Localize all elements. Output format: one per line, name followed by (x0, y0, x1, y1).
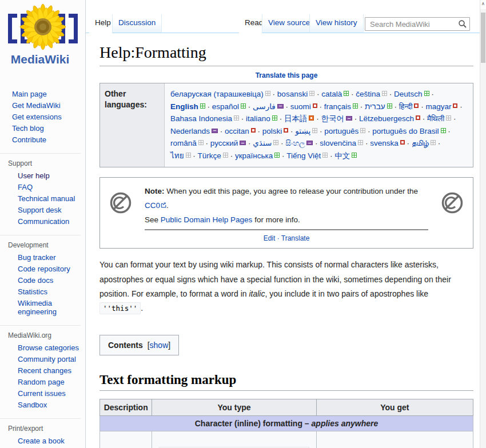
language-link[interactable]: 한국어 (321, 114, 344, 123)
sidebar-item-faq[interactable]: FAQ (0, 181, 81, 193)
language-item: پښتو · (295, 127, 324, 135)
search-box[interactable] (365, 17, 470, 31)
translate-this-page-link[interactable]: Translate this page (256, 71, 318, 79)
sidebar-item-current-issues[interactable]: Current issues (0, 387, 81, 399)
translation-status-icon (240, 141, 246, 145)
sidebar-item-user-help[interactable]: User help (0, 170, 81, 181)
language-item: occitan · (225, 127, 262, 135)
sidebar-item-main-page[interactable]: Main page (0, 88, 85, 99)
language-item: polski · (262, 127, 296, 135)
language-separator: · (246, 102, 253, 111)
language-separator: · (284, 102, 290, 111)
contents-show-toggle[interactable]: show (150, 341, 169, 350)
sidebar-item-communication[interactable]: Communication (0, 215, 81, 227)
tab-view-history[interactable]: View history (309, 14, 364, 33)
translation-status-icon (416, 115, 420, 120)
sidebar-item-community-portal[interactable]: Community portal (0, 353, 81, 365)
language-link[interactable]: 中文 (334, 151, 350, 160)
language-link[interactable]: occitan (225, 127, 249, 135)
language-link[interactable]: magyar (425, 102, 451, 111)
sidebar-item-wikimedia-engineering[interactable]: Wikimedia engineering (0, 297, 75, 317)
language-link[interactable]: فارسی (253, 102, 276, 111)
language-link[interactable]: English (170, 102, 198, 111)
language-separator: · (392, 102, 399, 111)
language-item: español · (212, 102, 253, 111)
translation-status-icon (400, 140, 405, 145)
language-link[interactable]: slovenčina (320, 139, 356, 147)
language-link[interactable]: தமிழ் (412, 139, 429, 147)
language-link[interactable]: français (324, 102, 351, 111)
language-link[interactable]: Türkçe (198, 151, 221, 160)
translate-link[interactable]: Translate (281, 234, 310, 242)
language-separator: · (365, 127, 372, 135)
table-row: Italic text ''italic'' italic (100, 431, 473, 448)
language-separator: · (446, 127, 451, 135)
language-link[interactable]: 日本語 (284, 114, 308, 123)
sidebar-item-bug-tracker[interactable]: Bug tracker (0, 251, 81, 263)
language-link[interactable]: українська (235, 151, 273, 160)
sidebar-item-recent-changes[interactable]: Recent changes (0, 365, 81, 376)
scrollbar[interactable]: ∧ (480, 0, 486, 448)
page-title: Help:Formatting (99, 43, 473, 66)
language-link[interactable]: svenska (370, 139, 399, 147)
language-link[interactable]: беларуская (тарашкевіца) (170, 90, 264, 98)
language-link[interactable]: català (321, 90, 342, 98)
external-link-icon (160, 202, 166, 208)
language-list: беларуская (тарашкевіца) · bosanski · ca… (165, 83, 473, 167)
public-domain-help-pages-link[interactable]: Public Domain Help Pages (161, 215, 253, 224)
language-link[interactable]: русский (210, 139, 238, 147)
language-link[interactable]: español (212, 102, 239, 111)
language-link[interactable]: Bahasa Indonesia (170, 114, 232, 123)
language-item: Tiếng Việt · (286, 151, 334, 160)
language-link[interactable]: Nederlands (170, 127, 210, 135)
tab-discussion[interactable]: Discussion (112, 14, 162, 33)
mediawiki-logo[interactable]: MediaWiki (0, 0, 85, 73)
sidebar-item-statistics[interactable]: Statistics (0, 286, 81, 297)
sidebar-item-code-repository[interactable]: Code repository (0, 263, 81, 274)
language-link[interactable]: polski (262, 127, 282, 135)
language-link[interactable]: português do Brasil (372, 127, 439, 135)
search-input[interactable] (369, 19, 457, 30)
language-link[interactable]: Lëtzebuergesch (359, 114, 414, 123)
language-link[interactable]: suomi (290, 102, 311, 111)
sidebar-item-random-page[interactable]: Random page (0, 376, 81, 387)
language-link[interactable]: हिन्दी (399, 102, 413, 111)
language-link[interactable]: עברית (365, 102, 385, 111)
language-link[interactable]: Tiếng Việt (286, 151, 321, 160)
language-separator: · (352, 114, 359, 123)
edit-link[interactable]: Edit (264, 234, 276, 242)
language-separator: · (429, 90, 434, 98)
language-link[interactable]: Deutsch (394, 90, 423, 98)
language-separator: · (436, 139, 440, 147)
scrollbar-thumb[interactable] (481, 13, 485, 63)
language-link[interactable]: português (324, 127, 358, 135)
sidebar-item-support-desk[interactable]: Support desk (0, 204, 81, 215)
language-link[interactable]: italiano (246, 114, 270, 123)
sidebar-item-technical-manual[interactable]: Technical manual (0, 193, 81, 204)
language-separator: · (256, 127, 262, 135)
sidebar-nav: Main page Get MediaWiki Get extensions T… (0, 73, 85, 448)
sidebar-item-get-extensions[interactable]: Get extensions (0, 111, 85, 122)
sidebar-item-get-mediawiki[interactable]: Get MediaWiki (0, 99, 85, 111)
sidebar-item-create-a-book[interactable]: Create a book (0, 435, 81, 446)
scroll-up-button[interactable]: ∧ (480, 0, 486, 9)
language-link[interactable]: ไทย (170, 151, 184, 160)
language-link[interactable]: मैथिली (427, 114, 444, 123)
search-icon[interactable] (458, 19, 467, 29)
language-separator: · (387, 90, 394, 98)
tab-view-source[interactable]: View source (262, 14, 316, 33)
sidebar-item-sandbox[interactable]: Sandbox (0, 399, 81, 410)
language-link[interactable]: čeština (356, 90, 380, 98)
language-link[interactable]: română (170, 139, 197, 147)
language-link[interactable]: සිංහල (285, 139, 305, 147)
language-link[interactable]: سنڌي (253, 139, 272, 147)
translation-status-icon (306, 141, 313, 145)
cc0-link[interactable]: CC0 (145, 201, 160, 210)
sidebar-item-browse-categories[interactable]: Browse categories (0, 342, 81, 353)
sidebar-item-contribute[interactable]: Contribute (0, 134, 85, 145)
language-link[interactable]: bosanski (277, 90, 308, 98)
language-link[interactable]: پښتو (295, 127, 310, 135)
language-separator: · (358, 102, 365, 111)
sidebar-item-tech-blog[interactable]: Tech blog (0, 122, 85, 134)
sidebar-item-code-docs[interactable]: Code docs (0, 274, 81, 286)
